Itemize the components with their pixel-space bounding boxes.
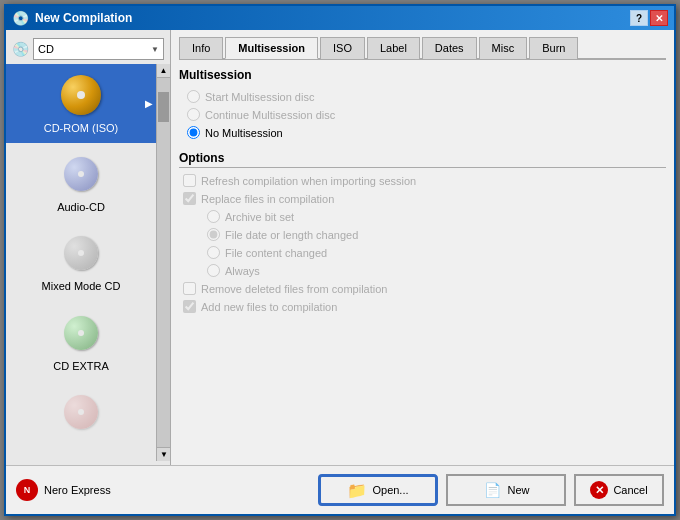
nero-icon: N: [16, 479, 38, 501]
cd-extra-label: CD EXTRA: [53, 360, 109, 373]
audio-cd-icon: [58, 151, 104, 197]
radio-start-label: Start Multisession disc: [205, 91, 314, 103]
title-bar-buttons: ? ✕: [630, 10, 668, 26]
nero-express-label: Nero Express: [44, 484, 111, 496]
multisession-radio-group: Start Multisession disc Continue Multise…: [187, 90, 666, 139]
radio-continue-input[interactable]: [187, 108, 200, 121]
radio-filecontent-input[interactable]: [207, 246, 220, 259]
scroll-thumb[interactable]: [158, 92, 169, 122]
new-label: New: [507, 484, 529, 496]
radio-no-label: No Multisession: [205, 127, 283, 139]
close-button[interactable]: ✕: [650, 10, 668, 26]
radio-filecontent[interactable]: File content changed: [207, 246, 666, 259]
tab-burn[interactable]: Burn: [529, 37, 578, 59]
new-button[interactable]: 📄 New: [446, 474, 566, 506]
radio-continue-label: Continue Multisession disc: [205, 109, 335, 121]
mixed-mode-label: Mixed Mode CD: [42, 280, 121, 293]
checkbox-replace-label: Replace files in compilation: [201, 193, 334, 205]
checkbox-replace-input[interactable]: [183, 192, 196, 205]
cdrom-iso-label: CD-ROM (ISO): [44, 122, 119, 135]
options-content: Refresh compilation when importing sessi…: [183, 174, 666, 313]
tab-dates[interactable]: Dates: [422, 37, 477, 59]
right-panel: Info Multisession ISO Label Dates Misc B…: [171, 30, 674, 465]
radio-filedate[interactable]: File date or length changed: [207, 228, 666, 241]
disc-item-partial[interactable]: [6, 381, 156, 447]
open-label: Open...: [372, 484, 408, 496]
cancel-label: Cancel: [613, 484, 647, 496]
checkbox-refresh-label: Refresh compilation when importing sessi…: [201, 175, 416, 187]
new-icon: 📄: [482, 480, 502, 500]
checkbox-addnew-label: Add new files to compilation: [201, 301, 337, 313]
tab-multisession[interactable]: Multisession: [225, 37, 318, 59]
radio-always-input[interactable]: [207, 264, 220, 277]
radio-filecontent-label: File content changed: [225, 247, 327, 259]
scrollbar[interactable]: ▲ ▼: [156, 64, 170, 461]
radio-archive[interactable]: Archive bit set: [207, 210, 666, 223]
radio-always[interactable]: Always: [207, 264, 666, 277]
action-buttons: 📁 Open... 📄 New ✕ Cancel: [318, 474, 664, 506]
radio-filedate-label: File date or length changed: [225, 229, 358, 241]
dropdown-row: 💿 CD ▼: [6, 34, 170, 64]
tab-info[interactable]: Info: [179, 37, 223, 59]
radio-archive-input[interactable]: [207, 210, 220, 223]
partial-icon: [58, 389, 104, 435]
new-compilation-dialog: 💿 New Compilation ? ✕ 💿 CD ▼: [4, 4, 676, 516]
dialog-title: New Compilation: [35, 11, 132, 25]
dialog-content: 💿 CD ▼ CD-ROM (ISO) ▶: [6, 30, 674, 465]
scroll-up-button[interactable]: ▲: [157, 64, 170, 78]
radio-no-multisession[interactable]: No Multisession: [187, 126, 666, 139]
checkbox-removedeleted[interactable]: Remove deleted files from compilation: [183, 282, 666, 295]
selected-arrow-icon: ▶: [142, 89, 156, 119]
dialog-icon: 💿: [12, 10, 29, 26]
radio-continue-multisession[interactable]: Continue Multisession disc: [187, 108, 666, 121]
title-bar: 💿 New Compilation ? ✕: [6, 6, 674, 30]
tab-bar: Info Multisession ISO Label Dates Misc B…: [179, 36, 666, 60]
disc-list: CD-ROM (ISO) ▶ Audio-CD: [6, 64, 170, 461]
checkbox-replace[interactable]: Replace files in compilation: [183, 192, 666, 205]
radio-archive-label: Archive bit set: [225, 211, 294, 223]
radio-start-multisession[interactable]: Start Multisession disc: [187, 90, 666, 103]
checkbox-removedeleted-input[interactable]: [183, 282, 196, 295]
tab-label[interactable]: Label: [367, 37, 420, 59]
cancel-icon: ✕: [590, 481, 608, 499]
checkbox-addnew-input[interactable]: [183, 300, 196, 313]
nero-express-area: N Nero Express: [16, 479, 111, 501]
disc-item-cdrom-iso[interactable]: CD-ROM (ISO) ▶: [6, 64, 156, 143]
disc-items-container: CD-ROM (ISO) ▶ Audio-CD: [6, 64, 156, 461]
radio-start-input[interactable]: [187, 90, 200, 103]
multisession-title: Multisession: [179, 68, 666, 82]
tab-misc[interactable]: Misc: [479, 37, 528, 59]
options-title: Options: [179, 151, 666, 168]
disc-type-dropdown[interactable]: CD ▼: [33, 38, 164, 60]
disc-item-cd-extra[interactable]: CD EXTRA: [6, 302, 156, 381]
sub-options: Archive bit set File date or length chan…: [207, 210, 666, 277]
radio-always-label: Always: [225, 265, 260, 277]
cd-extra-icon: [58, 310, 104, 356]
cdrom-iso-icon: [58, 72, 104, 118]
checkbox-refresh-input[interactable]: [183, 174, 196, 187]
open-icon: 📁: [347, 480, 367, 500]
help-button[interactable]: ?: [630, 10, 648, 26]
checkbox-refresh[interactable]: Refresh compilation when importing sessi…: [183, 174, 666, 187]
left-panel: 💿 CD ▼ CD-ROM (ISO) ▶: [6, 30, 171, 465]
multisession-content: Multisession Start Multisession disc Con…: [179, 68, 666, 459]
cd-small-icon: 💿: [12, 41, 29, 57]
open-button[interactable]: 📁 Open...: [318, 474, 438, 506]
cancel-button[interactable]: ✕ Cancel: [574, 474, 664, 506]
disc-item-mixed-mode[interactable]: Mixed Mode CD: [6, 222, 156, 301]
disc-item-audio-cd[interactable]: Audio-CD: [6, 143, 156, 222]
mixed-mode-icon: [58, 230, 104, 276]
bottom-bar: N Nero Express 📁 Open... 📄 New ✕ Cancel: [6, 465, 674, 514]
title-bar-left: 💿 New Compilation: [12, 10, 132, 26]
radio-filedate-input[interactable]: [207, 228, 220, 241]
audio-cd-label: Audio-CD: [57, 201, 105, 214]
radio-no-input[interactable]: [187, 126, 200, 139]
scroll-down-button[interactable]: ▼: [157, 447, 170, 461]
dropdown-arrow-icon: ▼: [151, 45, 159, 54]
tab-iso[interactable]: ISO: [320, 37, 365, 59]
checkbox-removedeleted-label: Remove deleted files from compilation: [201, 283, 387, 295]
checkbox-addnew[interactable]: Add new files to compilation: [183, 300, 666, 313]
options-section: Options Refresh compilation when importi…: [179, 151, 666, 313]
